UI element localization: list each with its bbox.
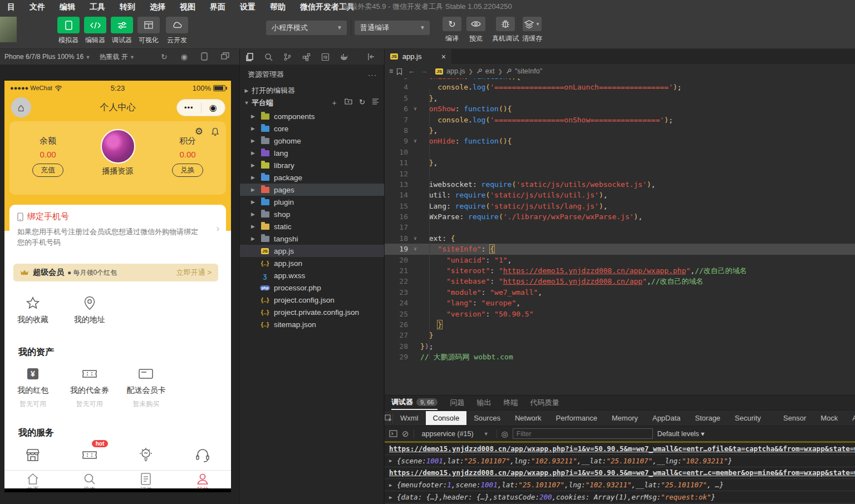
file-app.wxss[interactable]: ʒapp.wxss <box>240 269 385 281</box>
panel-tab-问题[interactable]: 问题 <box>450 398 464 408</box>
record-icon[interactable]: ◉ <box>181 52 188 61</box>
breadcrumb[interactable]: ≡ ← → JS app.js❯ ext❯ "siteInfo" <box>385 64 855 78</box>
code-line-20[interactable]: 20 "uniacid": "1", <box>385 255 855 265</box>
code-line-9[interactable]: 9∨ onHide: function(){ <box>385 136 855 146</box>
code-line-24[interactable]: 24 "lang": "europe", <box>385 298 855 308</box>
search-icon[interactable] <box>259 53 278 61</box>
compile-mode-select[interactable]: 普通编译▼ <box>355 21 430 35</box>
code-line-15[interactable]: 15 Lang: require('static/js/utils/lang.j… <box>385 201 855 211</box>
devtools-tab-Audits[interactable]: Audits <box>845 411 855 425</box>
file-app.json[interactable]: {..}app.json <box>240 257 385 269</box>
file-project.private.config.json[interactable]: {..}project.private.config.json <box>240 306 385 318</box>
console-log-link[interactable]: https://demo15.ynjdzzd008.cn/app/wxapp.p… <box>385 467 855 480</box>
folder-tangshi[interactable]: ▶tangshi <box>240 233 385 245</box>
code-line-12[interactable]: 12 <box>385 169 855 179</box>
new-folder-icon[interactable] <box>345 98 352 108</box>
grid-item-我的地址[interactable]: 我的地址 <box>61 295 118 325</box>
devtools-tab-AppData[interactable]: AppData <box>645 411 688 425</box>
menu-item-工具[interactable]: 工具 <box>82 0 112 13</box>
grid-item[interactable] <box>174 447 231 463</box>
expand-triangle-icon[interactable]: ▶ <box>389 495 397 500</box>
预览-button[interactable]: 预览 <box>466 17 485 43</box>
code-editor[interactable]: 3 onLaunch: function(){4 console.log('==… <box>385 78 855 395</box>
bind-phone-card[interactable]: 绑定手机号 如果您用手机号注册过会员或您想通过微信外购物请绑定您的手机号码 › <box>9 205 226 256</box>
devtools-tab-Security[interactable]: Security <box>728 411 768 425</box>
grid-item-我的红包[interactable]: ¥我的红包暂无可用 <box>4 365 61 409</box>
log-link-text[interactable]: https://demo15.ynjdzzd008.cn/app/wxapp.p… <box>389 468 855 477</box>
code-line-19[interactable]: 19∨ "siteInfo": { <box>385 244 855 254</box>
panel-tab-终端[interactable]: 终端 <box>503 398 518 408</box>
tab-我的[interactable]: 我的 <box>174 472 231 488</box>
vip-open-button[interactable]: 立即开通 > <box>176 268 212 278</box>
source-control-icon[interactable] <box>278 53 297 61</box>
grid-item-我的收藏[interactable]: 我的收藏 <box>4 295 61 325</box>
menu-item-选择[interactable]: 选择 <box>142 0 173 13</box>
devtools-tab-Wxml[interactable]: Wxml <box>393 411 426 425</box>
编辑器-button[interactable]: 编辑器 <box>82 17 108 45</box>
menu-item-微信开发者工具[interactable]: 微信开发者工具 <box>293 0 362 13</box>
folder-pages[interactable]: ▶pages <box>240 184 385 196</box>
device-select[interactable]: Phone 6/7/8 Plus 100% 16 ▼ <box>0 53 95 61</box>
code-line-10[interactable]: 10 <box>385 147 855 157</box>
code-line-16[interactable]: 16 WxParse: require('./library/wxParse/w… <box>385 211 855 222</box>
new-file-icon[interactable]: ＋ <box>331 98 338 108</box>
project-root-section[interactable]: ▼平台端 ＋ ↻ <box>240 97 385 109</box>
code-line-11[interactable]: 11 }, <box>385 157 855 168</box>
console-log-object[interactable]: ▶{scene: 1001, lat: "25.101107", lng: "1… <box>385 455 855 467</box>
open-editors-section[interactable]: ▶打开的编辑器 <box>240 85 385 97</box>
grid-item-我的代金券[interactable]: 我的代金券暂无可用 <box>61 365 118 409</box>
menu-item-目[interactable]: 目 <box>0 0 22 13</box>
collapse-all-icon[interactable] <box>372 98 379 108</box>
panel-tab-调试器[interactable]: 调试器9, 66 <box>391 396 438 410</box>
extensions-icon[interactable] <box>297 53 316 61</box>
模拟器-button[interactable]: 模拟器 <box>56 17 81 45</box>
menu-item-编辑[interactable]: 编辑 <box>52 0 82 13</box>
outline-icon[interactable]: ≡ <box>389 67 393 75</box>
folder-components[interactable]: ▶components <box>240 110 385 122</box>
console-log-object[interactable]: ▶{data: {…}, header: {…}, statusCode: 20… <box>385 491 855 503</box>
code-line-29[interactable]: 29// 大鹏源码网 wobbt.com <box>385 352 855 362</box>
code-line-22[interactable]: 22 "sitebase": "https://demo15.ynjdzzd00… <box>385 276 855 286</box>
exit-icon[interactable]: ◉ <box>202 102 225 113</box>
mode-select[interactable]: 小程序模式▼ <box>266 21 347 35</box>
close-icon[interactable]: × <box>441 52 446 61</box>
folder-plugin[interactable]: ▶plugin <box>240 196 385 208</box>
log-link-text[interactable]: https://demo15.ynjdzzd008.cn/app/wxapp.p… <box>389 444 855 453</box>
code-line-18[interactable]: 18∨ ext: { <box>385 233 855 244</box>
folder-package[interactable]: ▶package <box>240 171 385 184</box>
tab-app-js[interactable]: JS app.js × <box>385 49 451 64</box>
refresh-icon[interactable]: ↻ <box>161 52 168 61</box>
grid-item[interactable]: hot <box>61 447 118 463</box>
grid-item-配送会员卡[interactable]: 配送会员卡暂未购买 <box>118 365 175 409</box>
nav-forward-icon[interactable]: → <box>421 67 428 75</box>
devtools-tab-Performance[interactable]: Performance <box>549 411 605 425</box>
devtools-tab-Memory[interactable]: Memory <box>605 411 645 425</box>
编译-button[interactable]: ↻编译 <box>443 17 461 43</box>
menu-item-界面[interactable]: 界面 <box>203 0 233 13</box>
code-line-8[interactable]: 8 }, <box>385 125 855 136</box>
menu-item-视图[interactable]: 视图 <box>173 0 203 13</box>
exchange-button[interactable]: 兑换 <box>172 164 203 177</box>
tab-首页[interactable]: 首页 <box>4 472 61 488</box>
file-processor.php[interactable]: phpprocessor.php <box>240 281 385 294</box>
code-line-4[interactable]: 4 console.log('================onLaunch=… <box>385 82 855 92</box>
devtools-tab-Mock[interactable]: Mock <box>813 411 845 425</box>
folder-lang[interactable]: ▶lang <box>240 147 385 159</box>
folder-library[interactable]: ▶library <box>240 159 385 171</box>
menu-item-帮助[interactable]: 帮助 <box>263 0 293 13</box>
file-sitemap.json[interactable]: {..}sitemap.json <box>240 318 385 330</box>
inspect-element-icon[interactable] <box>385 413 393 423</box>
可视化-button[interactable]: 可视化 <box>136 17 161 45</box>
folder-core[interactable]: ▶core <box>240 122 385 135</box>
panel-tab-输出[interactable]: 输出 <box>476 398 491 408</box>
真机调试-button[interactable]: 真机调试 <box>492 17 519 43</box>
expand-triangle-icon[interactable]: ▶ <box>389 482 397 488</box>
collapse-sidebar-icon[interactable] <box>361 53 380 61</box>
devtools-tab-Sources[interactable]: Sources <box>466 411 508 425</box>
menu-item-设置[interactable]: 设置 <box>233 0 263 13</box>
context-select[interactable]: appservice (#15)▼ <box>419 429 492 439</box>
devtools-tab-Sensor[interactable]: Sensor <box>776 411 813 425</box>
调试器-button[interactable]: 调试器 <box>109 17 135 45</box>
menu-item-转到[interactable]: 转到 <box>112 0 142 13</box>
file-project.config.json[interactable]: {..}project.config.json <box>240 294 385 306</box>
